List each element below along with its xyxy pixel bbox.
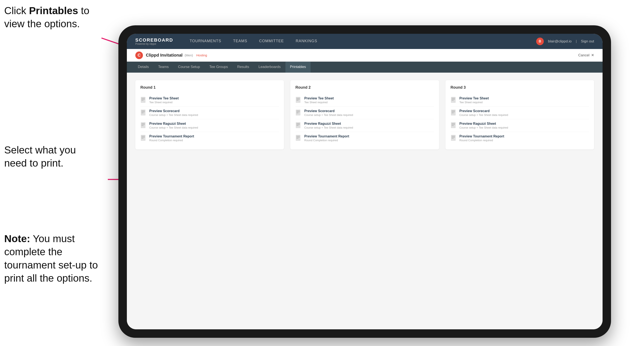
r1-tee-title: Preview Tee Sheet <box>149 96 179 100</box>
annotation-middle: Select what you need to print. <box>4 144 93 170</box>
r2-report-title: Preview Tournament Report <box>304 135 349 138</box>
tab-leaderboards[interactable]: Leaderboards <box>254 62 286 73</box>
brand-title: SCOREBOARD <box>135 37 173 43</box>
svg-rect-25 <box>296 111 300 111</box>
round2-raguzzi[interactable]: Preview Raguzzi Sheet Course setup + Tee… <box>295 119 434 132</box>
r1-raguzzi-title: Preview Raguzzi Sheet <box>149 122 198 126</box>
svg-rect-47 <box>452 125 454 126</box>
nav-committee[interactable]: COMMITTEE <box>253 34 290 49</box>
round3-scorecard[interactable]: Preview Scorecard Course setup + Tee She… <box>450 107 589 119</box>
report-icon <box>140 135 146 142</box>
svg-rect-20 <box>296 97 300 103</box>
round1-raguzzi[interactable]: Preview Raguzzi Sheet Course setup + Tee… <box>140 119 279 132</box>
r3-raguzzi-sub: Course setup + Tee Sheet data required <box>460 126 508 129</box>
tournament-type: (Men) <box>184 53 193 57</box>
svg-rect-41 <box>452 111 455 111</box>
tab-details[interactable]: Details <box>133 62 154 73</box>
svg-rect-28 <box>296 122 300 128</box>
svg-rect-15 <box>142 125 144 126</box>
nav-tournaments[interactable]: TOURNAMENTS <box>184 34 227 49</box>
svg-rect-48 <box>451 135 456 141</box>
rounds-grid: Round 1 Preview Tee Sheet <box>135 80 594 150</box>
r2-raguzzi-sub: Course setup + Tee Sheet data required <box>304 126 353 129</box>
round2-scorecard[interactable]: Preview Scorecard Course setup + Tee She… <box>295 107 434 119</box>
tournament-logo: C <box>135 51 143 59</box>
svg-rect-45 <box>452 123 455 124</box>
svg-rect-14 <box>142 124 145 125</box>
r2-report-sub: Round Completion required <box>304 139 349 142</box>
svg-rect-8 <box>141 110 146 116</box>
cancel-x-icon: ✕ <box>591 53 594 57</box>
svg-rect-36 <box>451 97 456 103</box>
svg-rect-49 <box>452 136 455 136</box>
tee-sheet-icon <box>140 97 146 104</box>
round2-report[interactable]: Preview Tournament Report Round Completi… <box>295 132 434 144</box>
svg-rect-17 <box>142 136 145 136</box>
sign-out-link[interactable]: Sign out <box>581 39 594 43</box>
tournament-status: Hosting <box>196 53 207 57</box>
round3-report[interactable]: Preview Tournament Report Round Completi… <box>450 132 589 144</box>
cancel-button[interactable]: Cancel ✕ <box>578 53 594 57</box>
r3-raguzzi-icon <box>450 122 456 129</box>
round3-tee-sheet[interactable]: Preview Tee Sheet Tee Sheet required <box>450 94 589 107</box>
top-nav: SCOREBOARD Powered by clippd TOURNAMENTS… <box>127 34 602 49</box>
nav-teams[interactable]: TEAMS <box>227 34 253 49</box>
svg-rect-40 <box>451 110 456 116</box>
r3-tee-title: Preview Tee Sheet <box>460 96 489 100</box>
r3-raguzzi-title: Preview Raguzzi Sheet <box>460 122 508 126</box>
round-3-title: Round 3 <box>450 85 589 90</box>
tab-teams[interactable]: Teams <box>154 62 173 73</box>
r3-report-title: Preview Tournament Report <box>460 135 504 138</box>
brand: SCOREBOARD Powered by clippd <box>135 37 173 45</box>
tablet-screen: SCOREBOARD Powered by clippd TOURNAMENTS… <box>127 34 602 329</box>
r3-report-icon <box>450 135 456 142</box>
tab-printables[interactable]: Printables <box>286 62 311 73</box>
r3-tee-icon <box>450 97 456 104</box>
svg-rect-29 <box>296 123 300 124</box>
round2-tee-sheet[interactable]: Preview Tee Sheet Tee Sheet required <box>295 94 434 107</box>
r3-scorecard-sub: Course setup + Tee Sheet data required <box>460 113 508 117</box>
svg-rect-9 <box>142 111 145 111</box>
user-avatar: B <box>536 38 544 45</box>
nav-rankings[interactable]: RANKINGS <box>290 34 323 49</box>
svg-rect-51 <box>452 138 454 139</box>
svg-rect-31 <box>296 125 298 126</box>
round1-tee-sheet[interactable]: Preview Tee Sheet Tee Sheet required <box>140 94 279 107</box>
r1-report-title: Preview Tournament Report <box>149 135 194 138</box>
tab-results[interactable]: Results <box>232 62 254 73</box>
svg-rect-11 <box>142 113 144 113</box>
svg-rect-30 <box>296 124 300 125</box>
svg-rect-13 <box>142 123 145 124</box>
r2-report-icon <box>295 135 301 142</box>
main-content: Round 1 Preview Tee Sheet <box>127 73 602 329</box>
svg-rect-21 <box>296 98 300 98</box>
svg-rect-19 <box>142 138 144 139</box>
svg-rect-33 <box>296 136 300 136</box>
svg-rect-39 <box>452 100 454 101</box>
round-3-column: Round 3 Preview Tee Sheet <box>446 80 594 150</box>
tab-tee-groups[interactable]: Tee Groups <box>205 62 232 73</box>
r3-scorecard-title: Preview Scorecard <box>460 109 508 113</box>
r2-scorecard-icon <box>295 110 301 116</box>
round-2-title: Round 2 <box>295 85 434 90</box>
top-nav-items: TOURNAMENTS TEAMS COMMITTEE RANKINGS <box>184 34 536 49</box>
r1-tee-sub: Tee Sheet required <box>149 101 179 104</box>
r1-raguzzi-sub: Course setup + Tee Sheet data required <box>149 126 198 129</box>
tab-course-setup[interactable]: Course Setup <box>173 62 205 73</box>
svg-rect-7 <box>142 100 144 101</box>
r2-tee-icon <box>295 97 301 104</box>
r2-raguzzi-icon <box>295 122 301 129</box>
sub-header: C Clippd Invitational (Men) Hosting Canc… <box>127 49 602 62</box>
r3-tee-sub: Tee Sheet required <box>460 101 489 104</box>
svg-rect-35 <box>296 138 298 139</box>
r3-scorecard-icon <box>450 110 456 116</box>
round1-report[interactable]: Preview Tournament Report Round Completi… <box>140 132 279 144</box>
svg-rect-38 <box>452 99 455 99</box>
svg-rect-4 <box>141 97 146 103</box>
tournament-name: Clippd Invitational <box>146 53 182 58</box>
r2-scorecard-sub: Course setup + Tee Sheet data required <box>304 113 353 117</box>
round3-raguzzi[interactable]: Preview Raguzzi Sheet Course setup + Tee… <box>450 119 589 132</box>
svg-rect-24 <box>296 110 300 116</box>
svg-rect-18 <box>142 137 145 138</box>
round1-scorecard[interactable]: Preview Scorecard Course setup + Tee She… <box>140 107 279 119</box>
